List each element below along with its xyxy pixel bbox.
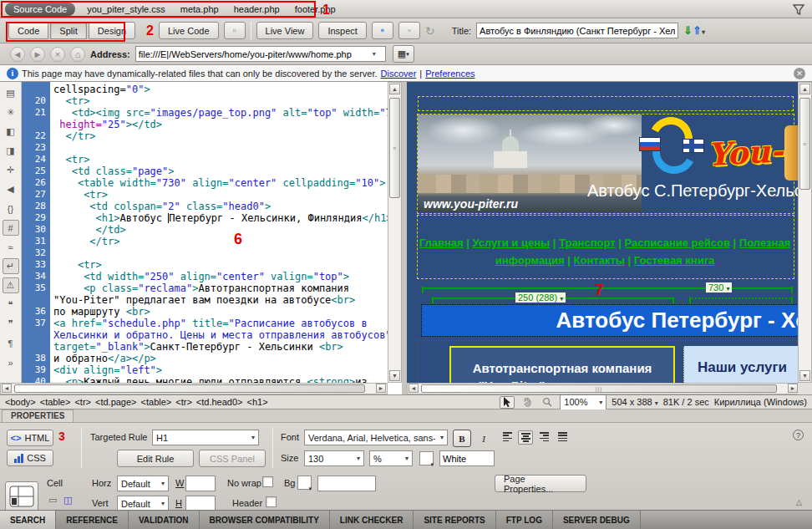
home-icon[interactable]: ⌂: [70, 47, 85, 62]
code-navigator-icon[interactable]: ✳: [3, 104, 19, 120]
text-color-swatch[interactable]: [419, 451, 434, 465]
code-line[interactable]: 36по маршруту <br>: [22, 306, 388, 318]
code-line[interactable]: 25 <td class="page">: [22, 165, 388, 177]
collapse-icons-icon[interactable]: »: [3, 354, 19, 370]
css-panel-button[interactable]: CSS Panel: [199, 450, 266, 467]
column-width-label[interactable]: 250 (288) ▾: [515, 292, 566, 303]
visual-aids-icon[interactable]: [398, 22, 420, 39]
zoom-tool-icon[interactable]: [540, 396, 555, 409]
scroll-up-icon[interactable]: ▲: [389, 84, 400, 94]
stop-icon[interactable]: ×: [50, 47, 65, 62]
tag-selector-item[interactable]: <body>: [5, 397, 36, 407]
remove-comment-icon[interactable]: ❞: [3, 316, 19, 332]
align-right-icon[interactable]: [536, 430, 551, 445]
split-view-button[interactable]: Split: [50, 22, 86, 39]
design-view-button[interactable]: Design: [89, 22, 135, 39]
collapse-panel-icon[interactable]: △: [796, 498, 802, 506]
code-line[interactable]: 29 <h1>Автобус Петербург - Хельсинки, Фи…: [22, 212, 388, 224]
scroll-left-icon[interactable]: ◄: [2, 384, 12, 393]
code-line[interactable]: 35 <p class="reclama">Автотранспортная к…: [22, 282, 388, 294]
code-line[interactable]: 22 </tr>: [22, 130, 388, 142]
window-size-select[interactable]: 504 x 388 ▾: [612, 397, 657, 407]
horz-select[interactable]: Default▾: [117, 476, 169, 491]
design-nav-link[interactable]: Гостевая книга: [634, 254, 715, 267]
bold-button[interactable]: B: [453, 430, 471, 447]
code-line[interactable]: 30 </td>: [22, 224, 388, 236]
related-file-tab[interactable]: meta.php: [180, 4, 219, 14]
merge-cells-icon[interactable]: ▭: [48, 495, 57, 506]
css-mode-button[interactable]: CSS: [7, 450, 53, 466]
back-icon[interactable]: ◄: [10, 47, 25, 62]
design-nav-link[interactable]: Главная: [419, 237, 464, 249]
address-input[interactable]: [135, 46, 386, 62]
table-width-label[interactable]: 730 ▾: [706, 282, 732, 292]
nowrap-checkbox[interactable]: [262, 476, 273, 487]
code-line[interactable]: cellspacing="0">: [22, 84, 388, 95]
h1-heading[interactable]: Автобус Петербург - Хельсинки: [422, 305, 799, 336]
expand-all-icon[interactable]: ✛: [3, 162, 19, 178]
code-view-button[interactable]: Code: [8, 22, 48, 39]
code-line[interactable]: "You-Piter" предлагает вам поездки на ав…: [22, 294, 388, 306]
code-line[interactable]: 21 <td><img src="images/page_top.png" al…: [22, 107, 388, 119]
w-input[interactable]: [185, 476, 216, 491]
file-transfer-icon[interactable]: ⇓⇑▾: [683, 24, 705, 37]
tag-selector-item[interactable]: <td.head0>: [196, 397, 243, 407]
code-line[interactable]: target="_blank">Санкт-Петербург - Хельси…: [22, 341, 388, 353]
code-line[interactable]: 39<div align="left">: [22, 364, 388, 376]
code-line[interactable]: 37<a href="schedule.php" title="Расписан…: [22, 318, 388, 329]
related-file-tab[interactable]: header.php: [234, 4, 280, 14]
title-input[interactable]: [476, 23, 678, 38]
size-select[interactable]: 130▾: [304, 450, 364, 466]
collapse-full-tag-icon[interactable]: ◧: [3, 124, 19, 140]
header-checkbox[interactable]: [266, 496, 277, 507]
design-view-pane[interactable]: You-Piter www.you-piter.ru Автобус С.Пет…: [407, 82, 799, 383]
code-line[interactable]: 31 </tr>: [22, 236, 388, 247]
discover-link[interactable]: Discover: [381, 69, 417, 79]
tag-selector-item[interactable]: <table>: [40, 397, 71, 407]
design-nav-link[interactable]: Услуги и цены: [473, 237, 551, 249]
filter-related-files-icon[interactable]: [792, 3, 805, 16]
results-tab-ftp-log[interactable]: FTP LOG: [496, 511, 553, 529]
scroll-left-icon[interactable]: ◄: [409, 384, 419, 393]
forward-icon[interactable]: ►: [30, 47, 45, 62]
check-browser-compatibility-icon[interactable]: ✓: [224, 22, 246, 39]
inspect-button[interactable]: Inspect: [318, 22, 366, 39]
align-left-icon[interactable]: [500, 430, 515, 445]
targeted-rule-select[interactable]: H1▾: [152, 430, 259, 445]
column-width-indicator[interactable]: 250 (288) ▾: [432, 298, 674, 299]
preferences-link[interactable]: Preferences: [425, 69, 475, 79]
code-horizontal-scrollbar[interactable]: ◄ ►: [0, 383, 388, 394]
results-tab-server-debug[interactable]: SERVER DEBUG: [553, 511, 641, 529]
right-content-cell[interactable]: Наши услуги: [683, 346, 799, 383]
bg-color-swatch[interactable]: [297, 476, 312, 490]
results-tab-search[interactable]: SEARCH: [0, 511, 56, 529]
tag-selector-item[interactable]: <td.page>: [95, 397, 137, 407]
text-color-input[interactable]: [439, 450, 495, 466]
design-nav-link[interactable]: Расписание рейсов: [625, 237, 730, 249]
html-mode-button[interactable]: <>HTML: [7, 430, 53, 446]
tag-selector-item[interactable]: <h1>: [247, 397, 268, 407]
results-tab-link-checker[interactable]: LINK CHECKER: [330, 511, 414, 529]
code-line[interactable]: 23: [22, 142, 388, 154]
code-line[interactable]: 32: [22, 247, 388, 259]
font-select[interactable]: Verdana, Arial, Helvetica, sans-serif▾: [304, 430, 448, 445]
design-nav-link[interactable]: Транспорт: [559, 237, 616, 249]
zoom-level-select[interactable]: 100%▾: [560, 394, 606, 410]
close-info-bar-icon[interactable]: ✕: [794, 68, 805, 79]
results-tab-site-reports[interactable]: SITE REPORTS: [414, 511, 495, 529]
hand-tool-icon[interactable]: [520, 396, 535, 409]
properties-tab[interactable]: PROPERTIES: [2, 409, 74, 422]
align-justify-icon[interactable]: [555, 430, 570, 445]
code-line[interactable]: Хельсинки и обратно. Цены и места отправ…: [22, 329, 388, 341]
page-properties-button[interactable]: Page Properties...: [495, 475, 586, 492]
code-line[interactable]: 28 <td colspan="2" class="head0">: [22, 201, 388, 212]
code-editor[interactable]: cellspacing="0">20 <tr>21 <td><img src="…: [22, 82, 388, 383]
collapse-selection-icon[interactable]: ◨: [3, 143, 19, 159]
bg-color-input[interactable]: [317, 476, 376, 491]
code-line[interactable]: 34 <td width="250" align="center" valign…: [22, 271, 388, 282]
related-file-tab[interactable]: you_piter_style.css: [87, 4, 165, 14]
tag-selector-item[interactable]: <tr>: [175, 397, 192, 407]
results-tab-browser-compatibility[interactable]: BROWSER COMPATIBILITY: [200, 511, 330, 529]
select-tool-icon[interactable]: [500, 396, 515, 409]
edit-rule-button[interactable]: Edit Rule: [117, 450, 194, 467]
